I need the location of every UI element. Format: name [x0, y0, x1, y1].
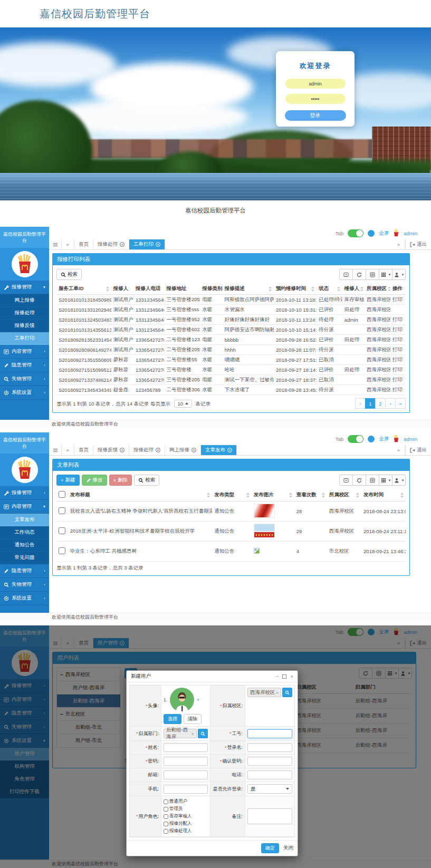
- sidebar-item-work-updates[interactable]: 工作动态: [0, 526, 49, 539]
- column-header[interactable]: 报修描述: [223, 283, 274, 295]
- role-checkbox[interactable]: [164, 799, 168, 804]
- work-order-id-link[interactable]: S2018101013312029463: [56, 305, 111, 315]
- work-order-id-link[interactable]: S2018092813523314544: [56, 335, 111, 345]
- row-checkbox[interactable]: [59, 507, 65, 514]
- work-order-id-link[interactable]: S2018092713454343493: [56, 385, 111, 395]
- sidebar-item-repair[interactable]: 报修管理 ›: [0, 486, 49, 500]
- close-icon[interactable]: ×: [156, 448, 160, 452]
- role-option[interactable]: 库存审核人: [164, 813, 192, 819]
- prev-page-button[interactable]: ‹: [355, 398, 366, 409]
- scroll-tabs-left-button[interactable]: «: [62, 445, 74, 455]
- sidebar-item-hazard[interactable]: 隐患管理 ›: [0, 359, 49, 372]
- tab-repair-feedback[interactable]: 报修反馈×: [93, 445, 129, 455]
- print-link[interactable]: 打印: [390, 365, 406, 375]
- remove-avatar-icon[interactable]: ×: [197, 697, 199, 702]
- work-order-id-link[interactable]: S2018101013245034834: [56, 315, 111, 325]
- role-checkbox[interactable]: [164, 822, 168, 826]
- print-link[interactable]: 打印: [390, 385, 406, 395]
- close-icon[interactable]: ×: [120, 242, 124, 247]
- close-icon[interactable]: ×: [156, 242, 160, 247]
- print-link[interactable]: 打印: [390, 335, 406, 345]
- sidebar-item-repair-handle[interactable]: 报修处理: [0, 307, 49, 320]
- print-link[interactable]: 打印: [390, 325, 406, 335]
- search-button[interactable]: 检索: [134, 475, 159, 486]
- column-header[interactable]: 报修类别: [200, 283, 223, 295]
- scroll-tabs-right-button[interactable]: »: [392, 239, 405, 249]
- column-header[interactable]: 发布类型: [212, 489, 252, 501]
- work-order-id-link[interactable]: S2018092809081492742: [56, 345, 111, 355]
- work-order-id-link[interactable]: S2018092713515508097: [56, 355, 111, 365]
- logout-button[interactable]: 退出: [405, 239, 431, 249]
- column-header[interactable]: 查看次数: [294, 489, 327, 501]
- dept-search-button[interactable]: [198, 729, 208, 738]
- columns-button[interactable]: ▾: [379, 475, 392, 486]
- tab-repair-handle[interactable]: 报修处理×: [129, 445, 165, 455]
- print-link[interactable]: 打印: [390, 295, 406, 305]
- maximize-icon[interactable]: [282, 674, 286, 679]
- row-checkbox[interactable]: [59, 547, 65, 554]
- allow-login-select[interactable]: 是: [247, 784, 292, 794]
- column-header[interactable]: 预约维修时间: [274, 283, 317, 295]
- campus-value-pill[interactable]: 西海岸校区×: [247, 688, 281, 697]
- sidebar-item-content[interactable]: 内容管理 ▾: [0, 500, 49, 514]
- column-header[interactable]: 发布时间: [361, 489, 406, 501]
- user-filter-button[interactable]: ▾: [392, 269, 406, 280]
- dept-value-pill[interactable]: 后勤组-西海岸×: [164, 729, 197, 738]
- user-avatar-image[interactable]: [170, 688, 194, 712]
- refresh-button[interactable]: [352, 269, 366, 280]
- column-header[interactable]: 所属校区: [327, 489, 361, 501]
- work-order-id-link[interactable]: S2018092713374862141: [56, 375, 111, 385]
- delete-article-button[interactable]: ×删除: [109, 475, 132, 486]
- sidebar-item-content[interactable]: 内容管理 ›: [0, 345, 49, 359]
- fullscreen-link[interactable]: 全屏: [379, 436, 389, 442]
- toggle-view-button[interactable]: [366, 269, 379, 280]
- login-name-input[interactable]: [247, 743, 292, 752]
- fullscreen-link[interactable]: 全屏: [379, 230, 389, 237]
- password-input[interactable]: [164, 757, 208, 766]
- user-name[interactable]: admin: [404, 230, 417, 236]
- remark-textarea[interactable]: [247, 808, 292, 824]
- close-icon[interactable]: ×: [290, 674, 293, 679]
- print-link[interactable]: 打印: [390, 345, 406, 355]
- name-input[interactable]: [164, 743, 208, 752]
- work-order-id-link[interactable]: S2018101013184509891: [56, 295, 111, 305]
- select-all-header[interactable]: [56, 489, 68, 501]
- confirm-password-input[interactable]: [247, 757, 292, 766]
- sidebar-item-lost-found[interactable]: 失物管理 ›: [0, 578, 49, 592]
- choose-avatar-button[interactable]: 选择: [164, 714, 181, 724]
- sidebar-item-faq[interactable]: 常见问题: [0, 552, 49, 564]
- work-order-id-link[interactable]: S2018092715150995126: [56, 365, 111, 375]
- mobile-input[interactable]: [164, 785, 208, 794]
- page-size-select[interactable]: 10: [174, 400, 193, 408]
- role-checkbox[interactable]: [164, 814, 168, 819]
- row-checkbox[interactable]: [59, 527, 65, 534]
- clear-avatar-button[interactable]: 清除: [184, 714, 202, 724]
- toggle-view-button[interactable]: [366, 475, 379, 486]
- tab-repair-handle[interactable]: 报修处理×: [93, 239, 129, 249]
- role-option[interactable]: 普通用户: [164, 798, 187, 805]
- avatar[interactable]: [12, 251, 38, 277]
- sidebar-item-notices[interactable]: 通知公告: [0, 539, 49, 552]
- scroll-tabs-right-button[interactable]: »: [392, 445, 405, 455]
- column-header[interactable]: 服务工单ID: [56, 283, 111, 295]
- print-link[interactable]: 打印: [390, 355, 406, 365]
- sidebar-item-settings[interactable]: 系统设置 ›: [0, 592, 49, 605]
- add-article-button[interactable]: +新建: [56, 475, 80, 486]
- role-checkbox[interactable]: [164, 829, 168, 834]
- tab-home[interactable]: 首页: [74, 445, 93, 455]
- print-link[interactable]: 打印: [390, 375, 406, 385]
- role-option[interactable]: 管理员: [164, 806, 183, 812]
- columns-button[interactable]: ▾: [379, 269, 392, 280]
- sidebar-item-online-repair[interactable]: 网上报修: [0, 294, 49, 307]
- refresh-button[interactable]: [352, 475, 366, 486]
- theme-dot[interactable]: [368, 230, 375, 237]
- role-checkbox[interactable]: [164, 807, 168, 812]
- print-link[interactable]: [390, 305, 406, 315]
- user-filter-button[interactable]: ▾: [392, 475, 406, 486]
- role-option[interactable]: 报修处理人: [164, 828, 192, 834]
- minimize-icon[interactable]: −: [276, 674, 279, 679]
- article-title-link[interactable]: 我校首次入选'弘扬右玉精神 争做时代新人'百所高校右玉行暑期实践活动: [68, 501, 213, 522]
- sidebar-item-repair-feedback[interactable]: 报修反馈: [0, 320, 49, 332]
- last-page-button[interactable]: »: [395, 398, 406, 409]
- column-header[interactable]: 报修人电话: [133, 283, 164, 295]
